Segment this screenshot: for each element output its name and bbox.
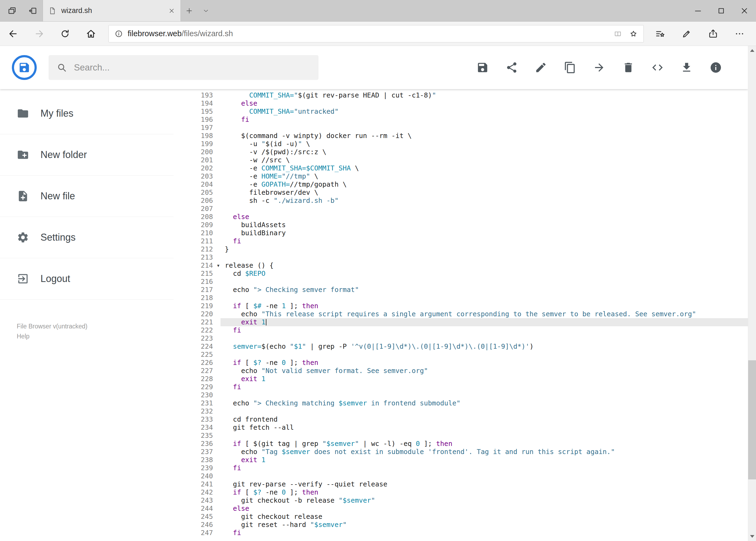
code-line[interactable]: 218: [173, 294, 748, 302]
scrollbar-up-arrow[interactable]: [748, 46, 756, 55]
code-line[interactable]: 247 fi: [173, 529, 748, 537]
close-window-button[interactable]: [733, 0, 756, 21]
sidebar-item-my-files[interactable]: My files: [0, 93, 173, 134]
favorite-button[interactable]: [630, 30, 637, 38]
code-line[interactable]: 217 echo "> Checking semver format": [173, 286, 748, 294]
address-bar[interactable]: filebrowser.web/files/wizard.sh: [109, 25, 644, 42]
code-line[interactable]: 228 exit 1: [173, 375, 748, 383]
back-button[interactable]: [4, 24, 22, 44]
scrollbar-thumb[interactable]: [748, 360, 756, 479]
code-line[interactable]: 226 if [ $? -ne 0 ]; then: [173, 359, 748, 367]
hub-button[interactable]: [651, 24, 669, 44]
code-line[interactable]: 203 -e HOME="//tmp" \: [173, 172, 748, 181]
code-line[interactable]: 195 COMMIT_SHA="untracked": [173, 108, 748, 116]
code-line[interactable]: 227 echo "Not valid semver format. See s…: [173, 367, 748, 375]
code-line[interactable]: 205 filebrowser/dev \: [173, 189, 748, 197]
code-line[interactable]: 231 echo "> Checking matching $semver in…: [173, 399, 748, 407]
refresh-button[interactable]: [56, 24, 74, 44]
code-line[interactable]: 210 buildBinary: [173, 229, 748, 237]
filebrowser-logo[interactable]: [12, 55, 37, 80]
code-line[interactable]: 194 else: [173, 99, 748, 108]
search-bar[interactable]: [49, 55, 319, 80]
code-view-button[interactable]: [651, 61, 664, 74]
sidebar-item-new-file[interactable]: New file: [0, 176, 173, 217]
code-line[interactable]: 229 fi: [173, 383, 748, 391]
new-tab-button[interactable]: [181, 0, 197, 21]
code-line[interactable]: 244 else: [173, 505, 748, 513]
maximize-button[interactable]: [710, 0, 733, 21]
code-line[interactable]: 241 git rev-parse --verify --quiet relea…: [173, 480, 748, 488]
more-button[interactable]: [731, 24, 748, 44]
code-line[interactable]: 222 fi: [173, 326, 748, 334]
code-line[interactable]: 225: [173, 350, 748, 359]
info-button[interactable]: [710, 61, 722, 74]
reading-view-button[interactable]: [614, 30, 622, 38]
sidebar-item-logout[interactable]: Logout: [0, 258, 173, 299]
code-line[interactable]: 208 else: [173, 213, 748, 221]
code-line[interactable]: 240: [173, 472, 748, 480]
code-line[interactable]: 199 -u "$(id -u)" \: [173, 140, 748, 148]
copy-button[interactable]: [564, 61, 576, 74]
code-line[interactable]: 201 -w //src \: [173, 156, 748, 164]
code-line[interactable]: 204 -e GOPATH=//tmp/gopath \: [173, 181, 748, 189]
code-line[interactable]: 207: [173, 205, 748, 213]
code-line[interactable]: 197: [173, 124, 748, 132]
delete-button[interactable]: [622, 61, 634, 74]
set-tabs-aside-button[interactable]: [24, 0, 41, 21]
page-info-icon[interactable]: [115, 30, 123, 38]
code-line[interactable]: 220 echo "This release script requires a…: [173, 310, 748, 318]
forward-button[interactable]: [30, 24, 48, 44]
code-line[interactable]: 200 -v /$(pwd):/src:z \: [173, 148, 748, 156]
scrollbar-down-arrow[interactable]: [748, 532, 756, 541]
save-button[interactable]: [476, 61, 489, 74]
code-line[interactable]: 221 exit 1: [173, 318, 748, 326]
code-line[interactable]: 230: [173, 391, 748, 399]
code-line[interactable]: 196 fi: [173, 116, 748, 124]
code-line[interactable]: 246 git reset --hard "$semver": [173, 521, 748, 529]
minimize-button[interactable]: [686, 0, 710, 21]
code-line[interactable]: 235: [173, 432, 748, 440]
code-line[interactable]: 233 cd frontend: [173, 415, 748, 423]
code-editor[interactable]: 193 COMMIT_SHA="$(git rev-parse HEAD | c…: [173, 89, 748, 541]
tab-dropdown-button[interactable]: [197, 0, 214, 21]
help-link[interactable]: Help: [17, 331, 88, 341]
code-line[interactable]: 238 exit 1: [173, 456, 748, 464]
edit-button[interactable]: [535, 61, 547, 74]
sidebar-item-new-folder[interactable]: New folder: [0, 134, 173, 176]
code-line[interactable]: 234 git fetch --all: [173, 423, 748, 432]
scrollbar-track[interactable]: [748, 55, 756, 532]
code-line[interactable]: 202 -e COMMIT_SHA=$COMMIT_SHA \: [173, 164, 748, 172]
code-line[interactable]: 223: [173, 334, 748, 342]
code-line[interactable]: 215 cd $REPO: [173, 270, 748, 277]
code-line[interactable]: 239 fi: [173, 464, 748, 472]
code-line[interactable]: 209 buildAssets: [173, 221, 748, 229]
code-line[interactable]: 193 COMMIT_SHA="$(git rev-parse HEAD | c…: [173, 91, 748, 99]
code-line[interactable]: 216: [173, 277, 748, 286]
code-line[interactable]: 211 fi: [173, 237, 748, 245]
code-line[interactable]: 224 semver=$(echo "$1" | grep -P '^v(0|[…: [173, 342, 748, 350]
code-line[interactable]: 214▾release () {: [173, 262, 748, 270]
sidebar-item-settings[interactable]: Settings: [0, 217, 173, 258]
url-text[interactable]: filebrowser.web/files/wizard.sh: [127, 29, 233, 38]
code-line[interactable]: 212}: [173, 245, 748, 254]
code-line[interactable]: 198 $(command -v winpty) docker run --rm…: [173, 132, 748, 140]
move-button[interactable]: [593, 61, 606, 74]
code-line[interactable]: 213: [173, 254, 748, 262]
code-line[interactable]: 242 if [ $? -ne 0 ]; then: [173, 488, 748, 496]
code-line[interactable]: 236 if [ $(git tag | grep "$semver" | wc…: [173, 440, 748, 448]
tab-close-button[interactable]: [168, 7, 175, 14]
code-line[interactable]: 206 sh -c "./wizard.sh -b": [173, 197, 748, 205]
download-button[interactable]: [680, 61, 693, 74]
search-input[interactable]: [74, 62, 310, 73]
code-line[interactable]: 243 git checkout -b release "$semver": [173, 496, 748, 505]
page-scrollbar[interactable]: [748, 46, 756, 541]
share-button[interactable]: [704, 24, 722, 44]
code-line[interactable]: 219 if [ $# -ne 1 ]; then: [173, 302, 748, 310]
annotate-button[interactable]: [678, 24, 695, 44]
tab-preview-button[interactable]: [4, 0, 21, 21]
code-line[interactable]: 245 git checkout release: [173, 513, 748, 521]
code-line[interactable]: 237 echo "Tag $semver does not exist in …: [173, 448, 748, 456]
fold-arrow-icon[interactable]: ▾: [217, 262, 219, 270]
home-button[interactable]: [82, 24, 100, 44]
share-file-button[interactable]: [506, 61, 518, 74]
